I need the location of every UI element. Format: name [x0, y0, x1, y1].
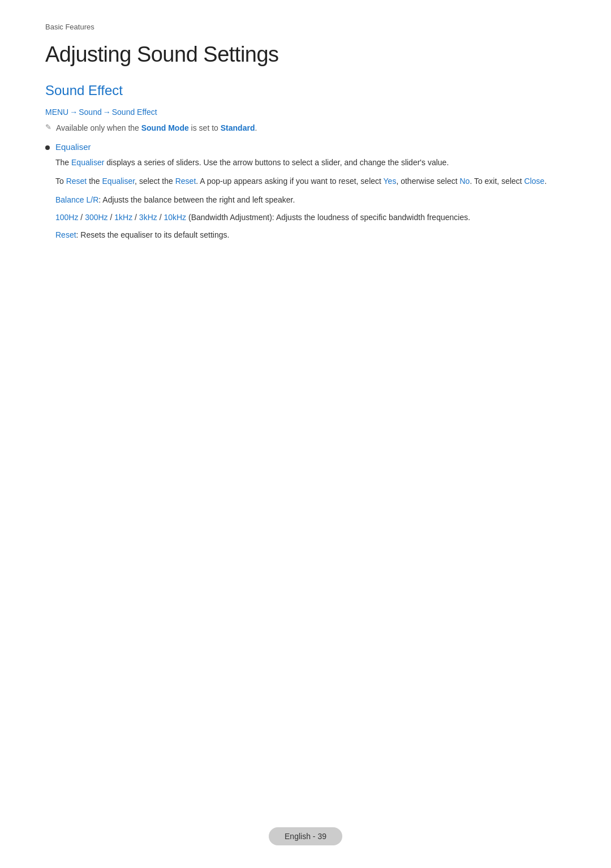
bullet-content: Equaliser The Equaliser displays a serie…	[55, 142, 566, 246]
section-title: Sound Effect	[45, 83, 566, 98]
reset-part4: . A pop-up appears asking if you want to…	[196, 177, 383, 186]
arrow1: →	[70, 108, 78, 117]
freq-10k: 10kHz	[163, 213, 186, 222]
slash3: /	[132, 213, 139, 222]
freq-text: (Bandwidth Adjustment): Adjusts the loud…	[186, 213, 470, 222]
note-middle: is set to	[189, 123, 221, 132]
desc-part2: displays a series of sliders. Use the ar…	[104, 158, 449, 167]
sound-effect-label: Sound Effect	[112, 108, 157, 117]
reset-final-line: Reset: Resets the equaliser to its defau…	[55, 229, 566, 242]
reset-part6: . To exit, select	[470, 177, 524, 186]
reset-final-text: : Resets the equaliser to its default se…	[76, 230, 230, 239]
note-text: Available only when the Sound Mode is se…	[56, 122, 257, 134]
freq-1k: 1kHz	[114, 213, 132, 222]
sound-label: Sound	[79, 108, 101, 117]
reset-part1: To	[55, 177, 66, 186]
standard-keyword: Standard	[221, 123, 255, 132]
slash2: /	[108, 213, 115, 222]
freq-300: 300Hz	[85, 213, 107, 222]
freq-100: 100Hz	[55, 213, 78, 222]
no-link: No	[459, 177, 470, 186]
close-link: Close	[524, 177, 545, 186]
equaliser-description: The Equaliser displays a series of slide…	[55, 156, 566, 169]
reset-final-label: Reset	[55, 230, 76, 239]
reset-link2: Reset	[175, 177, 196, 186]
desc-part1: The	[55, 158, 71, 167]
reset-description: To Reset the Equaliser, select the Reset…	[55, 175, 566, 188]
reset-part2: the	[87, 177, 102, 186]
yes-link: Yes	[384, 177, 397, 186]
equaliser-label: Equaliser	[55, 142, 566, 152]
page-title: Adjusting Sound Settings	[45, 42, 566, 67]
slash4: /	[157, 213, 164, 222]
balance-line: Balance L/R: Adjusts the balance between…	[55, 194, 566, 207]
note-suffix: .	[255, 123, 257, 132]
equaliser-section: Equaliser The Equaliser displays a serie…	[45, 142, 566, 246]
menu-path: MENU→Sound→Sound Effect	[45, 108, 566, 117]
menu-label: MENU	[45, 108, 68, 117]
arrow2: →	[103, 108, 111, 117]
balance-text: : Adjusts the balance between the right …	[98, 195, 295, 204]
frequency-line: 100Hz / 300Hz / 1kHz / 3kHz / 10kHz (Ban…	[55, 211, 566, 224]
pencil-icon: ✎	[45, 123, 51, 131]
bullet-dot	[45, 145, 50, 150]
equaliser-link2: Equaliser	[102, 177, 135, 186]
page-footer: English - 39	[269, 827, 342, 845]
slash1: /	[78, 213, 85, 222]
reset-part7: .	[544, 177, 547, 186]
reset-link1: Reset	[66, 177, 87, 186]
breadcrumb: Basic Features	[45, 23, 566, 31]
note-line: ✎ Available only when the Sound Mode is …	[45, 122, 566, 134]
note-prefix: Available only when the	[56, 123, 141, 132]
freq-3k: 3kHz	[139, 213, 157, 222]
reset-part5: , otherwise select	[396, 177, 459, 186]
equaliser-link1: Equaliser	[71, 158, 104, 167]
reset-part3: , select the	[135, 177, 175, 186]
balance-label: Balance L/R	[55, 195, 98, 204]
sound-mode-keyword: Sound Mode	[141, 123, 189, 132]
